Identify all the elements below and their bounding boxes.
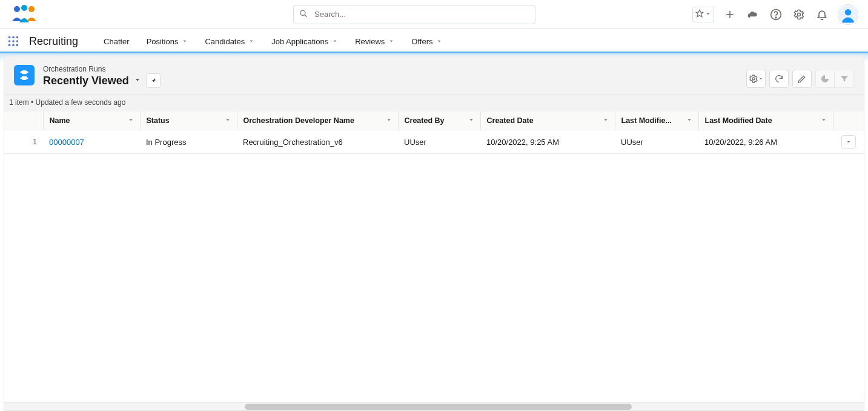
filter-icon <box>840 74 849 84</box>
global-create-button[interactable] <box>723 7 737 22</box>
chevron-down-icon <box>332 37 338 46</box>
caret-down-icon[interactable] <box>134 76 141 85</box>
star-icon <box>695 9 704 19</box>
data-table: Name Status Orchestration Developer Name <box>4 112 864 411</box>
context-bar: Recruiting Chatter Positions Candidates … <box>0 29 868 53</box>
cell-created-date: 10/20/2022, 9:25 AM <box>480 130 615 154</box>
page-area: Orchestration Runs Recently Viewed <box>0 53 868 411</box>
nav-label: Candidates <box>205 37 245 46</box>
row-actions-button[interactable] <box>841 135 856 149</box>
list-view-controls <box>746 70 854 88</box>
cell-developer-name: Recruiting_Orchestration_v6 <box>237 130 398 154</box>
filter-button <box>835 70 854 88</box>
column-name[interactable]: Name <box>43 112 140 130</box>
column-label: Created By <box>405 116 445 125</box>
svg-point-9 <box>775 17 777 18</box>
bell-icon <box>816 8 828 21</box>
svg-point-20 <box>12 44 15 47</box>
column-actions <box>833 112 864 130</box>
page-header: Orchestration Runs Recently Viewed <box>4 56 864 95</box>
column-label: Created Date <box>487 116 534 125</box>
cell-status: In Progress <box>140 130 237 154</box>
app-launcher-button[interactable] <box>5 33 22 50</box>
list-settings-button[interactable] <box>746 70 766 88</box>
list-meta: 1 item • Updated a few seconds ago <box>9 98 854 107</box>
svg-point-22 <box>752 78 755 80</box>
question-icon <box>770 8 782 21</box>
scrollbar-thumb[interactable] <box>245 404 632 410</box>
nav-offers[interactable]: Offers <box>403 29 451 53</box>
column-last-modified-by[interactable]: Last Modifie... <box>615 112 698 130</box>
app-logo <box>10 3 39 26</box>
column-last-modified-date[interactable]: Last Modified Date <box>698 112 833 130</box>
row-number: 1 <box>4 130 43 154</box>
app-name: Recruiting <box>29 35 78 48</box>
global-search <box>293 5 535 24</box>
caret-down-icon <box>758 76 763 81</box>
column-status[interactable]: Status <box>140 112 237 130</box>
chevron-down-icon <box>468 116 474 125</box>
list-view-name[interactable]: Recently Viewed <box>43 75 129 87</box>
chevron-down-icon <box>603 116 609 125</box>
user-avatar[interactable] <box>838 4 858 25</box>
refresh-icon <box>774 74 784 84</box>
svg-point-1 <box>21 5 27 11</box>
list-meta-wrap: 1 item • Updated a few seconds ago <box>4 95 864 112</box>
nav-label: Offers <box>411 37 432 46</box>
chevron-down-icon <box>225 116 231 125</box>
svg-point-13 <box>8 36 11 39</box>
table-row[interactable]: 1 00000007 In Progress Recruiting_Orches… <box>4 130 864 154</box>
chevron-down-icon <box>128 116 134 125</box>
svg-point-14 <box>12 36 15 39</box>
chart-icon <box>820 74 830 84</box>
pencil-icon <box>797 74 807 84</box>
nav-reviews[interactable]: Reviews <box>346 29 403 53</box>
cell-created-by: UUser <box>398 130 480 154</box>
horizontal-scrollbar[interactable] <box>4 402 864 410</box>
chevron-down-icon <box>821 116 827 125</box>
title-block: Orchestration Runs Recently Viewed <box>43 65 161 88</box>
svg-point-16 <box>8 40 11 42</box>
inline-edit-button[interactable] <box>792 70 812 88</box>
chevron-down-icon <box>248 37 254 46</box>
cell-last-modified-date: 10/20/2022, 9:26 AM <box>698 130 833 154</box>
search-input[interactable] <box>293 5 535 24</box>
nav-positions[interactable]: Positions <box>138 29 197 53</box>
nav-chatter[interactable]: Chatter <box>95 29 138 53</box>
plus-icon <box>724 8 736 21</box>
nav-job-applications[interactable]: Job Applications <box>263 29 346 53</box>
column-label: Last Modified Date <box>705 116 772 125</box>
svg-point-17 <box>12 40 15 42</box>
column-created-by[interactable]: Created By <box>398 112 480 130</box>
salesforce-cloud-button[interactable] <box>746 7 760 22</box>
favorites-menu[interactable] <box>692 7 714 22</box>
nav-candidates[interactable]: Candidates <box>196 29 263 53</box>
setup-button[interactable] <box>792 7 806 22</box>
refresh-button[interactable] <box>769 70 789 88</box>
svg-point-21 <box>16 44 19 47</box>
record-link[interactable]: 00000007 <box>49 138 84 147</box>
waffle-icon <box>7 35 20 48</box>
svg-point-10 <box>798 13 801 16</box>
chevron-down-icon <box>436 37 442 46</box>
notifications-button[interactable] <box>815 7 829 22</box>
svg-line-4 <box>305 15 307 17</box>
nav-label: Reviews <box>355 37 385 46</box>
chevron-down-icon <box>386 116 392 125</box>
chevron-down-icon <box>686 116 692 125</box>
pin-list-button[interactable] <box>146 73 161 88</box>
column-developer-name[interactable]: Orchestration Developer Name <box>237 112 398 130</box>
header-actions <box>692 4 858 25</box>
column-label: Status <box>147 116 170 125</box>
caret-down-icon <box>705 10 711 19</box>
svg-point-18 <box>16 40 19 42</box>
column-label: Orchestration Developer Name <box>244 116 354 125</box>
gear-icon <box>749 74 758 84</box>
column-created-date[interactable]: Created Date <box>480 112 615 130</box>
help-button[interactable] <box>769 7 783 22</box>
orchestration-run-icon <box>14 65 35 85</box>
svg-marker-5 <box>696 10 703 17</box>
nav-label: Job Applications <box>271 37 328 46</box>
cell-last-modified-by: UUser <box>615 130 698 154</box>
global-header <box>0 0 868 29</box>
